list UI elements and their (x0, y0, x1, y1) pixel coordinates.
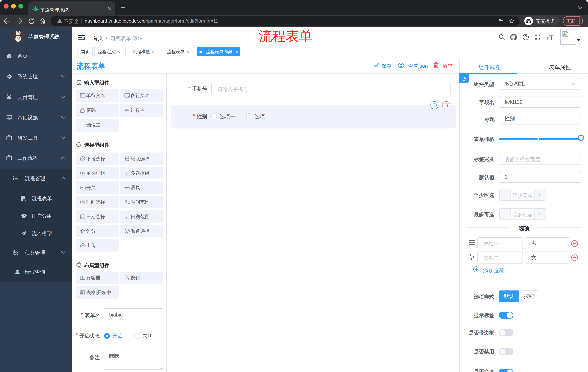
svg-text:123: 123 (125, 108, 129, 111)
